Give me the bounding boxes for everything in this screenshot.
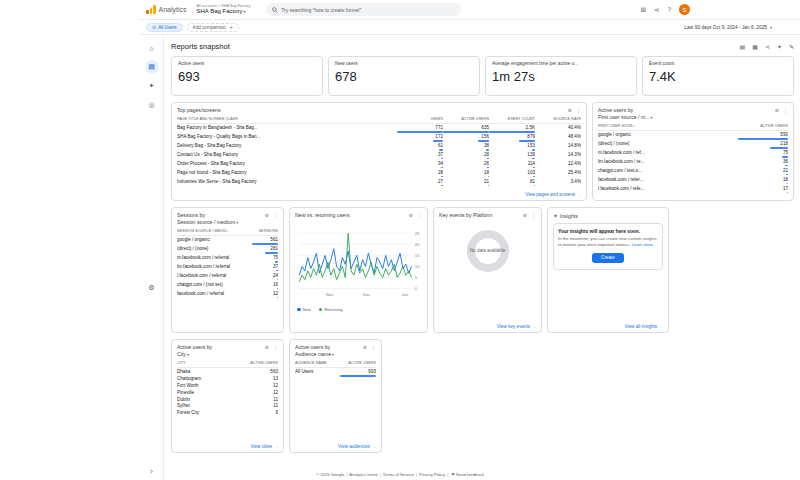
insight-headline: Your insights will appear here soon. <box>558 229 658 234</box>
view-audiences-link[interactable]: View audiences → <box>338 444 376 449</box>
card-menu-icon[interactable]: ⋮ <box>371 344 376 350</box>
table-cell: 172 <box>397 133 443 142</box>
table-cell: m.facebook.com / referral <box>177 254 252 263</box>
table-cell: 12 <box>240 388 278 395</box>
nav-expand-button[interactable]: › <box>150 467 153 476</box>
add-comparison-chip[interactable]: Add comparison + <box>187 23 239 32</box>
table-row: Sylhet11 <box>177 402 278 409</box>
send-feedback-link[interactable]: Send feedback <box>456 472 484 477</box>
table-cell: 21 <box>443 178 489 187</box>
metric-card-event-count: Event count 7.4K <box>642 56 794 96</box>
property-name: SHA Bag Factory <box>197 8 243 14</box>
svg-text:0: 0 <box>415 286 418 291</box>
data-quality-icon[interactable]: ⊘ <box>775 107 779 113</box>
table-cell: 40.4% <box>535 124 581 133</box>
table-row: Fort Worth12 <box>177 382 278 389</box>
view-pages-link[interactable]: View pages and screens → <box>525 192 581 197</box>
create-insight-button[interactable]: Create <box>592 253 624 263</box>
card-menu-icon[interactable]: ⋮ <box>531 212 536 218</box>
table-cell: 12 <box>252 290 278 299</box>
data-quality-icon[interactable]: ⊘ <box>363 344 367 350</box>
data-quality-icon[interactable]: ⊘ <box>265 212 269 218</box>
share-icon[interactable]: ⋖ <box>654 6 659 14</box>
sidebar-item-admin[interactable]: ⚙ <box>145 281 159 295</box>
data-quality-icon[interactable]: ⊘ <box>568 107 572 113</box>
card-row-1: Top pages/screens ⊘ ⋮ PAGE TITLE AND SCR… <box>171 102 794 201</box>
view-all-insights-link[interactable]: View all insights → <box>625 324 663 329</box>
metric-value: 1m 27s <box>492 69 630 84</box>
table-cell: facebook.com / refer... <box>598 176 738 185</box>
all-users-chip[interactable]: ⊙ All Users <box>146 23 183 32</box>
sidebar-item-reports[interactable]: ▤ <box>145 60 159 74</box>
report-content: Reports snapshot ▤ ▦ ⋖ ✦ ✎ Active users … <box>165 36 800 480</box>
card-row-2: Sessions by Session source / medium▾ ⊘ ⋮… <box>171 207 794 333</box>
data-quality-icon[interactable]: ⊘ <box>265 344 269 350</box>
table-row: Dublin11 <box>177 395 278 402</box>
table-cell: (direct) / (none) <box>598 140 738 149</box>
learn-more-link[interactable]: Learn more <box>632 242 653 247</box>
view-key-events-link[interactable]: View key events → <box>497 324 536 329</box>
card-dimension[interactable]: First user source / m... <box>598 114 650 120</box>
share-icon[interactable]: ⋖ <box>765 43 770 50</box>
column-header: ACTIVE USERS <box>738 123 788 131</box>
page-title: Reports snapshot <box>171 42 230 51</box>
user-avatar[interactable]: S <box>679 4 690 15</box>
table-cell: 18 <box>443 169 489 178</box>
create-dashboard-icon[interactable]: ▦ <box>752 43 758 50</box>
audience-icon: ⊙ <box>152 24 156 30</box>
table-cell: 3.4% <box>535 178 581 187</box>
sidebar-item-home[interactable]: ⌂ <box>145 41 159 55</box>
cities-card: Active users by City▾ ⊘ ⋮ CITYACTIVE USE… <box>171 339 284 453</box>
table-cell: 36 <box>738 158 788 167</box>
sidebar-item-advertising[interactable]: ◎ <box>145 98 159 112</box>
card-dimension[interactable]: Audience name <box>295 351 331 357</box>
account-switcher[interactable]: All accounts > SHA Bag Factory SHA Bag F… <box>197 4 251 15</box>
insights-spark-icon[interactable]: ✦ <box>777 43 782 50</box>
table-cell: 103 <box>489 169 535 178</box>
table-cell: 17 <box>738 185 788 194</box>
table-cell: 561 <box>252 236 278 245</box>
product-name: Analytics <box>159 6 187 13</box>
card-menu-icon[interactable]: ⋮ <box>417 212 422 218</box>
data-quality-icon[interactable]: ⊘ <box>409 212 413 218</box>
table-row: Bag Factory in Bangladesh - Sha Bag...77… <box>177 124 581 133</box>
privacy-link[interactable]: Privacy Policy <box>419 472 445 477</box>
card-menu-icon[interactable]: ⋮ <box>576 107 581 113</box>
metric-value: 678 <box>335 69 473 84</box>
card-menu-icon[interactable]: ⋮ <box>273 212 278 218</box>
table-row: m.facebook.com / referral75 <box>177 254 278 263</box>
table-header-row: SESSION SOURCE / MEDIU...SESSIONS <box>177 228 278 236</box>
terms-link[interactable]: Terms of Service <box>383 472 414 477</box>
column-header: PAGE TITLE AND SCREEN CLASS <box>177 116 397 124</box>
sidebar-item-explore[interactable]: ✦ <box>145 79 159 93</box>
cities-table: CITYACTIVE USERS Dhaka563Chattogram13For… <box>177 360 278 415</box>
card-menu-icon[interactable]: ⋮ <box>783 107 788 113</box>
column-header: CITY <box>177 360 240 368</box>
date-range-picker[interactable]: Last 90 days Oct 9, 2024 - Jan 6, 2025 ▾ <box>684 25 772 30</box>
column-header: BOUNCE RATE <box>535 116 581 124</box>
card-title: Key events by Platform <box>439 212 492 218</box>
table-cell: 771 <box>397 124 443 133</box>
card-title: Active users by <box>295 344 334 350</box>
card-menu-icon[interactable]: ⋮ <box>273 344 278 350</box>
table-cell: 61 <box>397 142 443 151</box>
comments-icon[interactable]: ▤ <box>740 43 746 50</box>
search-input[interactable] <box>281 7 455 13</box>
data-quality-icon[interactable]: ⊘ <box>523 212 527 218</box>
svg-text:Dec: Dec <box>363 292 370 297</box>
help-icon[interactable]: ? <box>667 6 671 13</box>
plus-icon: + <box>230 24 233 30</box>
analytics-home-link[interactable]: Analytics home <box>349 472 377 477</box>
key-events-card: Key events by Platform ⊘ ⋮ No data avail… <box>433 207 542 333</box>
chart-legend: New Returning <box>295 307 422 312</box>
view-cities-link[interactable]: View cities → <box>251 444 279 449</box>
svg-text:5: 5 <box>415 275 418 280</box>
legend-label: Returning <box>324 307 342 312</box>
search-bar[interactable] <box>266 3 461 16</box>
customize-report-icon[interactable]: ✎ <box>789 43 794 50</box>
analytics-logo[interactable]: Analytics <box>146 5 187 14</box>
card-dimension[interactable]: City <box>177 351 186 357</box>
card-dimension[interactable]: Session source / medium <box>177 219 235 225</box>
metric-card-active-users: Active users 693 <box>171 56 323 96</box>
apps-grid-icon[interactable]: ⊞ <box>640 6 645 14</box>
